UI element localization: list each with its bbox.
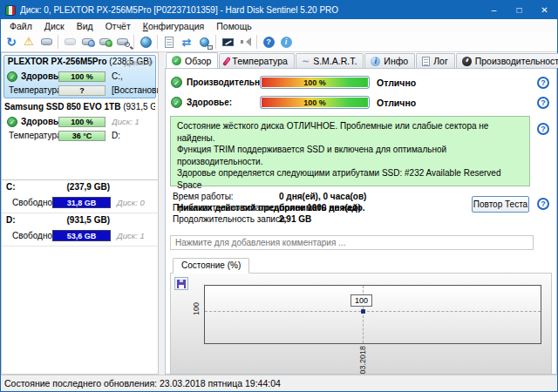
drive-disk-number: Диск: 0: [125, 57, 153, 67]
smart-icon: ∼: [302, 57, 310, 65]
log-icon: [422, 57, 430, 66]
check-circle-icon: [171, 77, 182, 88]
right-panel: Обзор Температура ∼S.M.A.R.T. iИнфо Лог …: [165, 52, 557, 375]
stats-section: Время работы: 0 дня(ей), 0 часа(ов) Приб…: [166, 192, 556, 228]
disk-schedule-icon[interactable]: [78, 34, 96, 50]
tab-log[interactable]: Лог: [416, 53, 455, 68]
partition-list: C: (237,9 GB) Свободно 31,8 GB Диск: 0 D…: [1, 180, 159, 375]
health-bar: 100 %: [58, 71, 105, 82]
help-icon[interactable]: ?: [537, 97, 549, 109]
title-bar: Диск: 0, PLEXTOR PX-256M5Pro [P022371013…: [1, 1, 557, 19]
check-circle-icon: [171, 97, 182, 108]
alerts-icon[interactable]: ⚠: [20, 34, 37, 50]
volume-note: [Восстанови: [112, 85, 159, 95]
tab-overview[interactable]: Обзор: [166, 52, 218, 68]
drive-size: (931,5 GB): [123, 102, 155, 112]
help-icon[interactable]: ?: [260, 34, 277, 50]
disk-add-icon[interactable]: [96, 34, 113, 50]
partition-size: (237,9 GB): [52, 182, 110, 192]
app-window: Диск: 0, PLEXTOR PX-256M5Pro [P022371013…: [0, 0, 558, 392]
estimated-remaining-label: Приблизительно осталось:: [173, 203, 282, 213]
report-icon[interactable]: [160, 34, 178, 50]
lifetime-writes-value: 2,91 GB: [279, 214, 311, 224]
maximize-button[interactable]: □: [507, 1, 532, 19]
sync-icon[interactable]: ⇄: [178, 34, 195, 50]
menu-file[interactable]: Файл: [3, 21, 38, 31]
close-button[interactable]: ✕: [532, 1, 557, 19]
chart-x-tick: 23.03.2018: [358, 346, 367, 375]
retest-button[interactable]: Повтор Теста: [472, 196, 529, 213]
estimated-remaining-value: более 1000 дня(ей): [279, 203, 361, 213]
status-message-line: Состояние жёсткого диска ОТЛИЧНОЕ. Пробл…: [177, 120, 523, 144]
partition-disk-number: Диск: 1: [117, 231, 145, 240]
free-space-bar: 31,8 GB: [52, 197, 111, 208]
health-bar: 100 %: [58, 117, 105, 127]
drive-item-samsung[interactable]: Samsung SSD 850 EVO 1TB (931,5 GB) Здоро…: [3, 100, 156, 144]
temperature-bar: ?: [58, 85, 105, 96]
thermometer-icon: [222, 56, 231, 65]
temperature-label: Температура:: [9, 131, 64, 140]
disk-search-icon[interactable]: [113, 34, 131, 50]
health-ok-icon: [7, 71, 17, 82]
toolbar: ↻ ⚠ ⇄ ? i: [1, 32, 557, 52]
comment-input[interactable]: [170, 235, 534, 250]
tab-temperature[interactable]: Температура: [219, 53, 295, 68]
partition-item-d[interactable]: D: (931,5 GB) Свободно 53,6 GB Диск: 1: [2, 213, 158, 247]
panel-splitter[interactable]: [159, 52, 165, 375]
overview-content: Производительность: 100 % Отлично ? Здор…: [165, 68, 557, 375]
help-icon[interactable]: ?: [537, 77, 549, 89]
chart-data-point: [361, 309, 365, 314]
free-label: Свободно: [12, 231, 52, 240]
menu-help[interactable]: Помощь: [210, 21, 258, 31]
menu-configuration[interactable]: Конфигурация: [137, 21, 210, 31]
tab-info[interactable]: iИнфо: [364, 53, 415, 68]
menu-disk[interactable]: Диск: [38, 21, 71, 31]
tab-smart[interactable]: ∼S.M.A.R.T.: [296, 53, 364, 68]
status-message-line: Функция TRIM поддерживается SSD и включе…: [177, 144, 523, 167]
floppy-icon: [177, 280, 186, 288]
chart-panel: 100 100 23.03.2018: [170, 273, 552, 375]
temperature-bar: 36 °C: [58, 131, 105, 141]
help-icon[interactable]: ?: [537, 123, 549, 135]
drive-name: Samsung SSD 850 EVO 1TB: [4, 102, 120, 112]
drive-item-plextor[interactable]: PLEXTOR PX-256M5Pro (238,5 GB) Диск: 0 З…: [3, 55, 156, 98]
health-ok-icon: [7, 117, 17, 127]
menu-report[interactable]: Отчёт: [99, 21, 137, 31]
disk-offline-icon[interactable]: [61, 34, 78, 50]
performance-bar: 100 %: [260, 76, 370, 89]
help-icon[interactable]: ?: [537, 198, 549, 210]
toolbar-separator: [215, 35, 216, 49]
status-message-box: Состояние жёсткого диска ОТЛИЧНОЕ. Пробл…: [170, 116, 530, 186]
sound-icon[interactable]: [236, 34, 254, 50]
toolbar-separator: [256, 35, 257, 49]
tab-performance[interactable]: Производительность: [456, 53, 558, 68]
health-label: Здоровье:: [187, 98, 232, 107]
health-bar: 100 %: [260, 96, 370, 109]
chart-tab-health[interactable]: Состояние (%): [173, 258, 249, 274]
chart-point-label: 100: [350, 294, 372, 307]
minimize-button[interactable]: –: [481, 1, 507, 19]
menu-view[interactable]: Вид: [71, 21, 99, 31]
chart-y-tick: 100: [192, 302, 201, 315]
toolbar-separator: [157, 35, 158, 49]
about-icon[interactable]: i: [277, 34, 295, 50]
network-icon[interactable]: [195, 34, 213, 50]
power-on-time-label: Время работы:: [173, 192, 234, 201]
power-on-time-value: 0 дня(ей), 0 часа(ов): [279, 192, 366, 201]
status-message-line: Здоровье определяется следующими атрибут…: [177, 167, 523, 191]
gauge-icon: [462, 57, 472, 66]
save-chart-button[interactable]: [174, 277, 188, 290]
remote-monitor-icon[interactable]: [219, 34, 236, 50]
performance-status: Отлично: [377, 78, 416, 88]
info-icon: i: [371, 57, 380, 66]
partition-size: (931,5 GB): [52, 215, 110, 225]
drive-disk-number: Диск: 1: [112, 117, 140, 126]
refresh-icon[interactable]: ↻: [3, 34, 20, 50]
disk-monitor-icon[interactable]: [37, 34, 55, 50]
window-title: Диск: 0, PLEXTOR PX-256M5Pro [P022371013…: [20, 5, 481, 15]
partition-letter: D:: [6, 215, 16, 225]
app-icon: [5, 5, 16, 16]
menu-bar: Файл Диск Вид Отчёт Конфигурация Помощь: [1, 19, 557, 32]
web-status-icon[interactable]: [137, 34, 154, 50]
partition-item-c[interactable]: C: (237,9 GB) Свободно 31,8 GB Диск: 0: [2, 180, 158, 213]
